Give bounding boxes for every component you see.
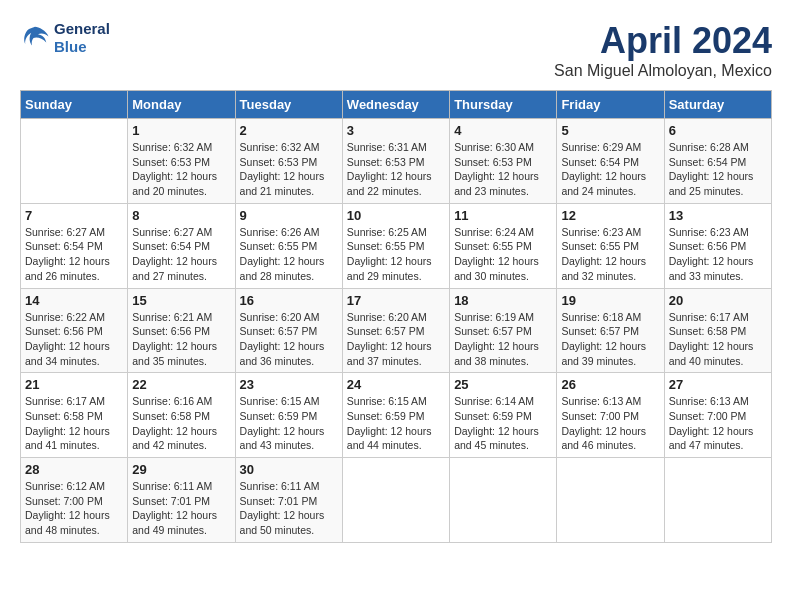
day-info: Sunrise: 6:11 AM Sunset: 7:01 PM Dayligh… [132, 479, 230, 538]
calendar-cell: 25Sunrise: 6:14 AM Sunset: 6:59 PM Dayli… [450, 373, 557, 458]
day-info: Sunrise: 6:23 AM Sunset: 6:55 PM Dayligh… [561, 225, 659, 284]
day-info: Sunrise: 6:16 AM Sunset: 6:58 PM Dayligh… [132, 394, 230, 453]
day-number: 4 [454, 123, 552, 138]
day-number: 20 [669, 293, 767, 308]
day-info: Sunrise: 6:15 AM Sunset: 6:59 PM Dayligh… [347, 394, 445, 453]
calendar-cell [21, 119, 128, 204]
day-info: Sunrise: 6:12 AM Sunset: 7:00 PM Dayligh… [25, 479, 123, 538]
day-info: Sunrise: 6:11 AM Sunset: 7:01 PM Dayligh… [240, 479, 338, 538]
day-info: Sunrise: 6:28 AM Sunset: 6:54 PM Dayligh… [669, 140, 767, 199]
calendar-cell: 16Sunrise: 6:20 AM Sunset: 6:57 PM Dayli… [235, 288, 342, 373]
calendar-cell [557, 458, 664, 543]
day-number: 27 [669, 377, 767, 392]
calendar-cell [342, 458, 449, 543]
day-info: Sunrise: 6:29 AM Sunset: 6:54 PM Dayligh… [561, 140, 659, 199]
day-number: 7 [25, 208, 123, 223]
day-number: 23 [240, 377, 338, 392]
calendar-cell: 12Sunrise: 6:23 AM Sunset: 6:55 PM Dayli… [557, 203, 664, 288]
day-info: Sunrise: 6:18 AM Sunset: 6:57 PM Dayligh… [561, 310, 659, 369]
day-number: 14 [25, 293, 123, 308]
day-number: 8 [132, 208, 230, 223]
calendar-week-row: 7Sunrise: 6:27 AM Sunset: 6:54 PM Daylig… [21, 203, 772, 288]
day-number: 9 [240, 208, 338, 223]
day-number: 11 [454, 208, 552, 223]
logo: General Blue [20, 20, 110, 56]
weekday-header: Tuesday [235, 91, 342, 119]
day-number: 17 [347, 293, 445, 308]
calendar-cell: 18Sunrise: 6:19 AM Sunset: 6:57 PM Dayli… [450, 288, 557, 373]
calendar-cell [450, 458, 557, 543]
page-header: General Blue April 2024 San Miguel Almol… [20, 20, 772, 80]
calendar-cell: 7Sunrise: 6:27 AM Sunset: 6:54 PM Daylig… [21, 203, 128, 288]
calendar-cell: 21Sunrise: 6:17 AM Sunset: 6:58 PM Dayli… [21, 373, 128, 458]
calendar-cell: 10Sunrise: 6:25 AM Sunset: 6:55 PM Dayli… [342, 203, 449, 288]
day-number: 16 [240, 293, 338, 308]
calendar-cell: 1Sunrise: 6:32 AM Sunset: 6:53 PM Daylig… [128, 119, 235, 204]
calendar-cell: 29Sunrise: 6:11 AM Sunset: 7:01 PM Dayli… [128, 458, 235, 543]
calendar-cell: 15Sunrise: 6:21 AM Sunset: 6:56 PM Dayli… [128, 288, 235, 373]
day-info: Sunrise: 6:32 AM Sunset: 6:53 PM Dayligh… [240, 140, 338, 199]
calendar-cell: 23Sunrise: 6:15 AM Sunset: 6:59 PM Dayli… [235, 373, 342, 458]
weekday-header: Wednesday [342, 91, 449, 119]
day-number: 25 [454, 377, 552, 392]
calendar-cell [664, 458, 771, 543]
day-number: 22 [132, 377, 230, 392]
day-info: Sunrise: 6:20 AM Sunset: 6:57 PM Dayligh… [240, 310, 338, 369]
day-number: 26 [561, 377, 659, 392]
day-info: Sunrise: 6:14 AM Sunset: 6:59 PM Dayligh… [454, 394, 552, 453]
day-info: Sunrise: 6:15 AM Sunset: 6:59 PM Dayligh… [240, 394, 338, 453]
day-number: 28 [25, 462, 123, 477]
day-info: Sunrise: 6:24 AM Sunset: 6:55 PM Dayligh… [454, 225, 552, 284]
calendar-cell: 26Sunrise: 6:13 AM Sunset: 7:00 PM Dayli… [557, 373, 664, 458]
calendar-cell: 2Sunrise: 6:32 AM Sunset: 6:53 PM Daylig… [235, 119, 342, 204]
weekday-header: Monday [128, 91, 235, 119]
calendar-cell: 8Sunrise: 6:27 AM Sunset: 6:54 PM Daylig… [128, 203, 235, 288]
day-info: Sunrise: 6:31 AM Sunset: 6:53 PM Dayligh… [347, 140, 445, 199]
calendar-cell: 4Sunrise: 6:30 AM Sunset: 6:53 PM Daylig… [450, 119, 557, 204]
calendar-cell: 22Sunrise: 6:16 AM Sunset: 6:58 PM Dayli… [128, 373, 235, 458]
calendar-week-row: 1Sunrise: 6:32 AM Sunset: 6:53 PM Daylig… [21, 119, 772, 204]
weekday-header-row: SundayMondayTuesdayWednesdayThursdayFrid… [21, 91, 772, 119]
day-info: Sunrise: 6:27 AM Sunset: 6:54 PM Dayligh… [132, 225, 230, 284]
calendar-cell: 27Sunrise: 6:13 AM Sunset: 7:00 PM Dayli… [664, 373, 771, 458]
calendar-cell: 11Sunrise: 6:24 AM Sunset: 6:55 PM Dayli… [450, 203, 557, 288]
weekday-header: Saturday [664, 91, 771, 119]
day-info: Sunrise: 6:20 AM Sunset: 6:57 PM Dayligh… [347, 310, 445, 369]
day-info: Sunrise: 6:19 AM Sunset: 6:57 PM Dayligh… [454, 310, 552, 369]
calendar-week-row: 21Sunrise: 6:17 AM Sunset: 6:58 PM Dayli… [21, 373, 772, 458]
day-number: 3 [347, 123, 445, 138]
calendar-cell: 24Sunrise: 6:15 AM Sunset: 6:59 PM Dayli… [342, 373, 449, 458]
day-info: Sunrise: 6:25 AM Sunset: 6:55 PM Dayligh… [347, 225, 445, 284]
calendar-cell: 30Sunrise: 6:11 AM Sunset: 7:01 PM Dayli… [235, 458, 342, 543]
day-number: 30 [240, 462, 338, 477]
title-block: April 2024 San Miguel Almoloyan, Mexico [554, 20, 772, 80]
day-number: 21 [25, 377, 123, 392]
weekday-header: Friday [557, 91, 664, 119]
day-number: 2 [240, 123, 338, 138]
logo-text: General Blue [54, 20, 110, 56]
day-number: 5 [561, 123, 659, 138]
calendar-cell: 14Sunrise: 6:22 AM Sunset: 6:56 PM Dayli… [21, 288, 128, 373]
weekday-header: Sunday [21, 91, 128, 119]
day-number: 10 [347, 208, 445, 223]
day-number: 12 [561, 208, 659, 223]
calendar-cell: 28Sunrise: 6:12 AM Sunset: 7:00 PM Dayli… [21, 458, 128, 543]
day-info: Sunrise: 6:26 AM Sunset: 6:55 PM Dayligh… [240, 225, 338, 284]
calendar-cell: 13Sunrise: 6:23 AM Sunset: 6:56 PM Dayli… [664, 203, 771, 288]
day-number: 24 [347, 377, 445, 392]
day-info: Sunrise: 6:17 AM Sunset: 6:58 PM Dayligh… [669, 310, 767, 369]
calendar-cell: 20Sunrise: 6:17 AM Sunset: 6:58 PM Dayli… [664, 288, 771, 373]
day-number: 6 [669, 123, 767, 138]
day-info: Sunrise: 6:13 AM Sunset: 7:00 PM Dayligh… [669, 394, 767, 453]
calendar-cell: 17Sunrise: 6:20 AM Sunset: 6:57 PM Dayli… [342, 288, 449, 373]
day-number: 13 [669, 208, 767, 223]
day-number: 15 [132, 293, 230, 308]
calendar-cell: 9Sunrise: 6:26 AM Sunset: 6:55 PM Daylig… [235, 203, 342, 288]
calendar-table: SundayMondayTuesdayWednesdayThursdayFrid… [20, 90, 772, 543]
day-info: Sunrise: 6:21 AM Sunset: 6:56 PM Dayligh… [132, 310, 230, 369]
calendar-cell: 5Sunrise: 6:29 AM Sunset: 6:54 PM Daylig… [557, 119, 664, 204]
day-number: 18 [454, 293, 552, 308]
calendar-week-row: 28Sunrise: 6:12 AM Sunset: 7:00 PM Dayli… [21, 458, 772, 543]
weekday-header: Thursday [450, 91, 557, 119]
calendar-cell: 19Sunrise: 6:18 AM Sunset: 6:57 PM Dayli… [557, 288, 664, 373]
